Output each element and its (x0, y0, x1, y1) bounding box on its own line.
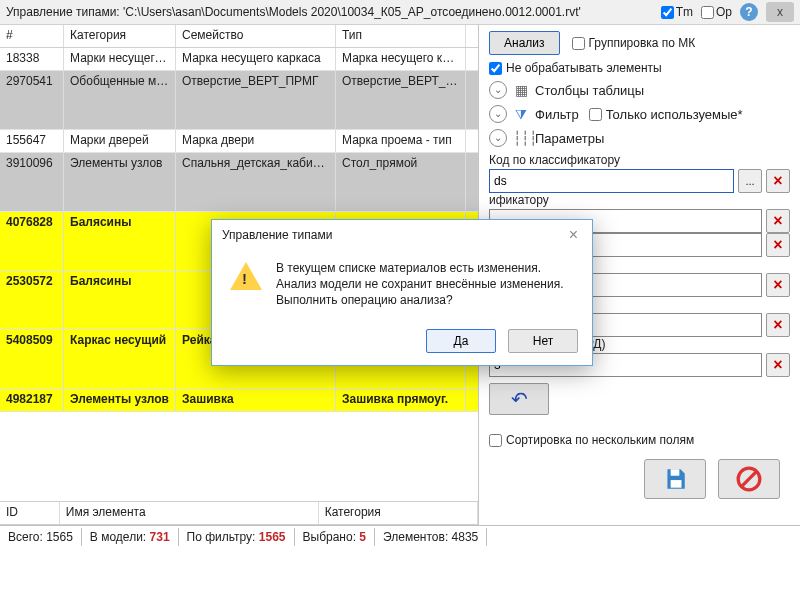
param-input[interactable] (489, 169, 734, 193)
funnel-icon: ⧩ (513, 106, 529, 123)
cell-id: 18338 (0, 48, 64, 70)
op-checkbox-wrap[interactable]: Op (701, 5, 732, 19)
col-id[interactable]: # (0, 25, 64, 47)
cell-type: Отверстие_ВЕРТ_ПРМГ (336, 71, 466, 129)
tm-checkbox[interactable] (661, 6, 674, 19)
only-used-wrap[interactable]: Только используемые* (589, 107, 743, 122)
status-selected: Выбрано: 5 (295, 528, 376, 546)
bottom-buttons (489, 453, 790, 505)
cell-id: 4076828 (0, 212, 64, 270)
close-icon: x (777, 5, 783, 19)
expander-columns[interactable]: ⌄ ▦ Столбцы таблицы (489, 81, 790, 99)
status-bar: Всего: 1565 В модели: 731 По фильтру: 15… (0, 525, 800, 548)
svg-rect-1 (671, 480, 682, 488)
sliders-icon: ┆┆┆ (513, 130, 529, 146)
cell-cat: Обобщенные модели (64, 71, 176, 129)
clear-button[interactable]: × (766, 209, 790, 233)
param-label: ификатору (489, 193, 790, 207)
cell-type: Марка проема - тип (336, 130, 466, 152)
skip-elements-label: Не обрабатывать элементы (506, 61, 662, 75)
dialog-no-button[interactable]: Нет (508, 329, 578, 353)
only-used-label: Только используемые* (606, 107, 743, 122)
dialog-titlebar: Управление типами × (212, 220, 592, 250)
cell-fam: Зашивка (176, 389, 336, 411)
table-row[interactable]: 2970541Обобщенные моделиОтверстие_ВЕРТ_П… (0, 71, 478, 130)
chevron-down-icon: ⌄ (489, 129, 507, 147)
help-icon[interactable]: ? (740, 3, 758, 21)
status-total: Всего: 1565 (0, 528, 82, 546)
undo-button[interactable]: ↶ (489, 383, 549, 415)
expander-filter-label: Фильтр (535, 107, 579, 122)
grid-header: # Категория Семейство Тип (0, 25, 478, 48)
group-mk-checkbox[interactable] (572, 37, 585, 50)
dialog-yes-button[interactable]: Да (426, 329, 496, 353)
prohibit-icon (736, 466, 762, 492)
param-label: Код по классификатору (489, 153, 790, 167)
cell-cat: Балясины (64, 271, 176, 329)
sort-multi-label: Сортировка по нескольким полям (506, 433, 694, 447)
clear-button[interactable]: × (766, 313, 790, 337)
dialog-message: В текущем списке материалов есть изменен… (276, 260, 574, 309)
clear-button[interactable]: × (766, 169, 790, 193)
cell-id: 3910096 (0, 153, 64, 211)
only-used-checkbox[interactable] (589, 108, 602, 121)
expander-filter[interactable]: ⌄ ⧩ Фильтр Только используемые* (489, 105, 790, 123)
analyze-button[interactable]: Анализ (489, 31, 560, 55)
cell-cat: Каркас несущий (64, 330, 176, 388)
cell-fam: Спальня_детская_кабинет (176, 153, 336, 211)
status-elements: Элементов: 4835 (375, 528, 487, 546)
cell-cat: Марки дверей (64, 130, 176, 152)
cell-fam: Марка несущего каркаса (176, 48, 336, 70)
op-label: Op (716, 5, 732, 19)
status-inmodel: В модели: 731 (82, 528, 179, 546)
expander-parameters[interactable]: ⌄ ┆┆┆ Параметры (489, 129, 790, 147)
cell-cat: Элементы узлов (64, 153, 176, 211)
clear-button[interactable]: × (766, 273, 790, 297)
dialog-title: Управление типами (222, 228, 332, 242)
expander-parameters-label: Параметры (535, 131, 604, 146)
picker-button[interactable]: ... (738, 169, 762, 193)
status-filter: По фильтру: 1565 (179, 528, 295, 546)
op-checkbox[interactable] (701, 6, 714, 19)
close-button[interactable]: x (766, 2, 794, 22)
subcol-name[interactable]: Имя элемента (60, 502, 319, 524)
confirm-dialog: Управление типами × В текущем списке мат… (211, 219, 593, 366)
subgrid-header: ID Имя элемента Категория (0, 502, 478, 524)
tm-label: Tm (676, 5, 693, 19)
subcol-category[interactable]: Категория (319, 502, 478, 524)
table-row[interactable]: 3910096Элементы узловСпальня_детская_каб… (0, 153, 478, 212)
clear-button[interactable]: × (766, 233, 790, 257)
cell-fam: Отверстие_ВЕРТ_ПРМГ (176, 71, 336, 129)
col-category[interactable]: Категория (64, 25, 176, 47)
table-row[interactable]: 155647Марки дверейМарка двериМарка проем… (0, 130, 478, 153)
sort-multi-wrap[interactable]: Сортировка по нескольким полям (489, 433, 790, 447)
skip-elements-checkbox[interactable] (489, 62, 502, 75)
col-type[interactable]: Тип (336, 25, 466, 47)
cell-id: 4982187 (0, 389, 64, 411)
cell-cat: Марки несущего каркаса (64, 48, 176, 70)
undo-icon: ↶ (511, 387, 528, 411)
tm-checkbox-wrap[interactable]: Tm (661, 5, 693, 19)
svg-rect-0 (671, 469, 680, 476)
skip-elements-wrap[interactable]: Не обрабатывать элементы (489, 61, 790, 75)
group-mk-label: Группировка по МК (589, 36, 696, 50)
clear-button[interactable]: × (766, 353, 790, 377)
param-field: Код по классификатору...× (489, 153, 790, 193)
col-family[interactable]: Семейство (176, 25, 336, 47)
group-mk-wrap[interactable]: Группировка по МК (572, 36, 696, 50)
svg-line-3 (741, 471, 756, 486)
expander-columns-label: Столбцы таблицы (535, 83, 644, 98)
cancel-button[interactable] (718, 459, 780, 499)
save-icon (662, 466, 688, 492)
cell-type: Стол_прямой (336, 153, 466, 211)
title-bar: Управление типами: 'C:\Users\asan\Docume… (0, 0, 800, 25)
subcol-id[interactable]: ID (0, 502, 60, 524)
save-button[interactable] (644, 459, 706, 499)
cell-fam: Марка двери (176, 130, 336, 152)
table-row[interactable]: 4982187Элементы узловЗашивкаЗашивка прям… (0, 389, 478, 412)
sort-multi-checkbox[interactable] (489, 434, 502, 447)
cell-id: 2530572 (0, 271, 64, 329)
chevron-down-icon: ⌄ (489, 81, 507, 99)
table-row[interactable]: 18338Марки несущего каркасаМарка несущег… (0, 48, 478, 71)
dialog-close-button[interactable]: × (565, 226, 582, 244)
